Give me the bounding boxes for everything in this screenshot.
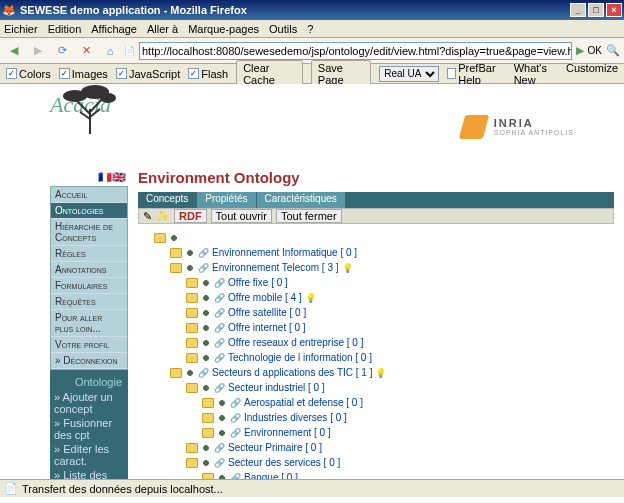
- link-icon: 🔗: [198, 263, 209, 273]
- tree-node[interactable]: 🔗Offre fixe [ 0 ]: [186, 275, 614, 290]
- tree-node[interactable]: 🔗Secteur Primaire [ 0 ]: [186, 440, 614, 455]
- sidebar-item[interactable]: Annotations: [51, 262, 127, 278]
- tree-label: Offre satellite [ 0 ]: [228, 307, 306, 318]
- forward-button[interactable]: ▶: [28, 41, 48, 61]
- back-button[interactable]: ◀: [4, 41, 24, 61]
- gears-icon: [201, 338, 211, 348]
- tree-label: Banque [ 0 ]: [244, 472, 298, 479]
- menu-edit[interactable]: Edition: [48, 23, 82, 35]
- gears-icon: [185, 263, 195, 273]
- folder-icon: [186, 383, 198, 393]
- tree-node[interactable]: [154, 230, 614, 245]
- link-icon: 🔗: [214, 323, 225, 333]
- language-flags[interactable]: 🇫🇷🇬🇧: [50, 169, 128, 186]
- tree-node[interactable]: 🔗Industries diverses [ 0 ]: [202, 410, 614, 425]
- open-all-button[interactable]: Tout ouvrir: [211, 209, 272, 223]
- sidebar-submenu: Ontologie » Ajouter un concept» Fusionne…: [50, 370, 128, 479]
- folder-icon: [202, 473, 214, 480]
- sidebar-item[interactable]: » Déconnexion: [51, 353, 127, 369]
- tabs: Concepts Propiétés Caractéristiques: [138, 192, 614, 208]
- pref-whatsnew[interactable]: What's New: [514, 62, 560, 86]
- folder-icon: [170, 248, 182, 258]
- sidebar-item[interactable]: Formulaires: [51, 278, 127, 294]
- stop-button[interactable]: ✕: [76, 41, 96, 61]
- tree-label: Industries diverses [ 0 ]: [244, 412, 347, 423]
- add-icon[interactable]: ✨: [156, 210, 170, 223]
- tree-label: Offre mobile [ 4 ]: [228, 292, 302, 303]
- tree-node[interactable]: 🔗Offre internet [ 0 ]: [186, 320, 614, 335]
- tree-node[interactable]: 🔗Secteurs d applications des TIC [ 1 ] 💡: [170, 365, 614, 380]
- folder-icon: [186, 353, 198, 363]
- tab-characteristics[interactable]: Caractéristiques: [257, 192, 346, 208]
- search-icon[interactable]: 🔍: [606, 44, 620, 57]
- pref-images[interactable]: ✓Images: [59, 68, 108, 80]
- close-button[interactable]: ×: [606, 3, 622, 17]
- home-button[interactable]: ⌂: [100, 41, 120, 61]
- link-icon: 🔗: [198, 248, 209, 258]
- tab-properties[interactable]: Propiétés: [197, 192, 256, 208]
- tree-label: Offre internet [ 0 ]: [228, 322, 306, 333]
- pref-ua-select[interactable]: Real UA: [379, 66, 439, 82]
- tree-node[interactable]: 🔗Aerospatial et defense [ 0 ]: [202, 395, 614, 410]
- pref-flash[interactable]: ✓Flash: [188, 68, 228, 80]
- tree-toolbar: ✎ ✨ RDF Tout ouvrir Tout fermer: [138, 208, 614, 224]
- gears-icon: [169, 233, 179, 243]
- sidebar-sublink[interactable]: » Editer les caract.: [54, 442, 124, 468]
- tree-node[interactable]: 🔗Banque [ 0 ]: [202, 470, 614, 479]
- gears-icon: [217, 428, 227, 438]
- link-icon: 🔗: [230, 413, 241, 423]
- go-label[interactable]: OK: [588, 45, 602, 56]
- sidebar-sublink[interactable]: » Ajouter un concept: [54, 390, 124, 416]
- tree-label: Offre fixe [ 0 ]: [228, 277, 288, 288]
- tree-node[interactable]: 🔗Secteur industriel [ 0 ]: [186, 380, 614, 395]
- sidebar-item[interactable]: Ontologies: [51, 203, 127, 219]
- tree-node[interactable]: 🔗Environnement Informatique [ 0 ]: [170, 245, 614, 260]
- tree-node[interactable]: 🔗Technologie de l information [ 0 ]: [186, 350, 614, 365]
- go-icon[interactable]: ▶: [576, 44, 584, 57]
- tree-node[interactable]: 🔗Offre reseaux d entreprise [ 0 ]: [186, 335, 614, 350]
- tree-node[interactable]: 🔗Secteur des services [ 0 ]: [186, 455, 614, 470]
- gears-icon: [185, 368, 195, 378]
- rdf-button[interactable]: RDF: [174, 209, 207, 223]
- folder-icon: [186, 278, 198, 288]
- menu-view[interactable]: Affichage: [91, 23, 137, 35]
- gears-icon: [201, 293, 211, 303]
- url-input[interactable]: http://localhost:8080/sewesedemo/jsp/ont…: [139, 42, 572, 60]
- sidebar-item[interactable]: Règles: [51, 246, 127, 262]
- tree-node[interactable]: 🔗Environnement [ 0 ]: [202, 425, 614, 440]
- minimize-button[interactable]: _: [570, 3, 586, 17]
- submenu-title: Ontologie: [54, 374, 124, 390]
- sidebar-sublink[interactable]: » Liste des ontologies: [54, 468, 124, 479]
- sidebar-item[interactable]: Requêtes: [51, 294, 127, 310]
- tree-node[interactable]: 🔗Environnement Telecom [ 3 ] 💡: [170, 260, 614, 275]
- link-icon: 🔗: [230, 398, 241, 408]
- sidebar-item[interactable]: Pour aller plus loin...: [51, 310, 127, 337]
- sidebar-item[interactable]: Votre profil: [51, 337, 127, 353]
- close-all-button[interactable]: Tout fermer: [276, 209, 342, 223]
- prefbar: ✓Colors ✓Images ✓JavaScript ✓Flash Clear…: [0, 64, 624, 84]
- menu-tools[interactable]: Outils: [269, 23, 297, 35]
- sidebar-item[interactable]: Hiérarchie de Concepts: [51, 219, 127, 246]
- tree-node[interactable]: 🔗Offre satellite [ 0 ]: [186, 305, 614, 320]
- brand-inria: INRIASOPHIA ANTIPOLIS: [462, 94, 574, 159]
- edit-icon[interactable]: ✎: [143, 210, 152, 223]
- folder-icon: [186, 338, 198, 348]
- pref-help[interactable]: PrefBar Help: [447, 62, 507, 86]
- bulb-icon: 💡: [342, 263, 353, 273]
- menu-file[interactable]: Eichier: [4, 23, 38, 35]
- menu-bookmarks[interactable]: Marque-pages: [188, 23, 259, 35]
- tab-concepts[interactable]: Concepts: [138, 192, 197, 208]
- pref-javascript[interactable]: ✓JavaScript: [116, 68, 180, 80]
- maximize-button[interactable]: □: [588, 3, 604, 17]
- ontology-tree: 🔗Environnement Informatique [ 0 ]🔗Enviro…: [138, 224, 614, 479]
- pref-customize[interactable]: Customize: [566, 62, 618, 86]
- pref-colors[interactable]: ✓Colors: [6, 68, 51, 80]
- sidebar-sublink[interactable]: » Fusionner des cpt: [54, 416, 124, 442]
- menu-help[interactable]: ?: [307, 23, 313, 35]
- sidebar-item[interactable]: Accueil: [51, 187, 127, 203]
- tree-node[interactable]: 🔗Offre mobile [ 4 ] 💡: [186, 290, 614, 305]
- menu-go[interactable]: Aller à: [147, 23, 178, 35]
- gears-icon: [217, 413, 227, 423]
- tree-label: Environnement [ 0 ]: [244, 427, 331, 438]
- reload-button[interactable]: ⟳: [52, 41, 72, 61]
